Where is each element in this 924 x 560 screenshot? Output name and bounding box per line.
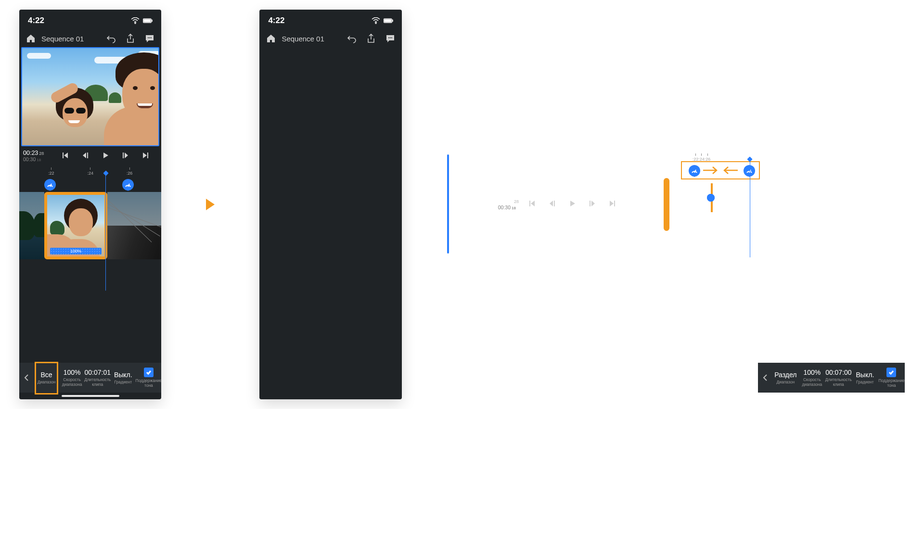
timecode-current: 00:23 [23, 150, 38, 156]
clip-selected[interactable]: 100% [44, 192, 107, 259]
range-mode-value: Все [40, 371, 52, 379]
timecode-current-frames: 28 [39, 151, 44, 156]
clip-duration-button[interactable]: 00:07:01 Длительность клипа [85, 363, 110, 393]
speed-panel: Раздел Диапазон 100% Скорость диапазона … [758, 363, 905, 399]
clip-duration-caption: Длительность клипа [825, 378, 852, 387]
clip-duration-value: 00:07:01 [84, 369, 111, 376]
range-mode-caption: Диапазон [38, 380, 56, 384]
timeline-tick: :24 [87, 167, 93, 176]
timeline-tick: :26 [705, 153, 711, 162]
range-mode-button[interactable]: Раздел Диапазон [772, 363, 799, 393]
clip-duration-caption: Длительность клипа [84, 378, 111, 387]
gradient-caption: Градиент [114, 380, 132, 384]
feedback-icon[interactable] [145, 34, 154, 43]
speed-marker-icon[interactable] [122, 179, 134, 191]
step-fwd-icon[interactable] [589, 200, 596, 209]
battery-icon [384, 16, 393, 25]
range-mode-value: Раздел [774, 371, 796, 379]
svg-rect-2 [144, 19, 151, 22]
svg-marker-7 [206, 199, 215, 210]
figure-stage: 4:22 Sequence 01 [0, 0, 924, 409]
playback-row: 00:2328 00:3018 [19, 147, 161, 165]
gradient-value: Выкл. [114, 371, 132, 379]
svg-point-8 [375, 23, 376, 24]
timeline[interactable]: :22 :24 :26 [19, 165, 161, 291]
video-preview[interactable] [21, 47, 159, 146]
video-preview[interactable] [447, 154, 449, 254]
step-back-icon[interactable] [548, 200, 556, 209]
svg-point-4 [148, 37, 149, 38]
go-start-icon[interactable] [61, 152, 69, 161]
clip-prev[interactable] [19, 192, 44, 259]
home-indicator [19, 393, 161, 399]
svg-rect-10 [384, 19, 391, 22]
go-end-icon[interactable] [142, 152, 150, 161]
svg-point-5 [149, 37, 150, 38]
status-time: 4:22 [268, 16, 284, 25]
timeline-ruler: :22 :24 :26 [664, 153, 721, 162]
play-icon[interactable] [568, 200, 576, 209]
range-speed-caption: Скорость диапазона [800, 378, 824, 387]
clip-selected[interactable]: 100% [664, 178, 669, 231]
timecode-total: 00:30 [23, 156, 36, 162]
timeline-tick: :22 [48, 167, 54, 176]
battery-icon [143, 16, 153, 25]
timecode-current: 00:23 [498, 198, 513, 204]
gradient-toggle[interactable]: Выкл. Градиент [110, 363, 136, 393]
gradient-value: Выкл. [856, 371, 874, 379]
maintain-pitch-caption: Поддержание тона [136, 379, 162, 388]
timecode-total-frames: 18 [512, 206, 516, 210]
undo-icon[interactable] [347, 34, 357, 43]
maintain-pitch-checkbox[interactable]: Поддержание тона [136, 363, 161, 393]
share-icon[interactable] [126, 34, 135, 43]
status-time: 4:22 [28, 16, 44, 25]
svg-point-12 [388, 37, 389, 38]
svg-point-14 [391, 37, 392, 38]
sequence-name: Sequence 01 [282, 35, 324, 43]
go-end-icon[interactable] [609, 200, 616, 209]
speed-marker-icon[interactable] [44, 179, 56, 191]
range-mode-button[interactable]: Все Диапазон [34, 363, 59, 393]
svg-rect-11 [392, 20, 393, 22]
playhead[interactable] [750, 159, 750, 257]
maintain-pitch-checkbox[interactable]: Поддержание тона [878, 363, 905, 393]
home-icon[interactable] [266, 34, 276, 43]
timeline-tick: :24 [698, 153, 705, 162]
gradient-toggle[interactable]: Выкл. Градиент [852, 363, 878, 393]
playback-row: 00:2328 00:3018 [494, 195, 620, 214]
svg-rect-3 [152, 20, 153, 22]
step-back-icon[interactable] [81, 152, 89, 161]
playhead[interactable] [105, 173, 106, 291]
clip-duration-value: 00:07:00 [825, 369, 852, 376]
phone-screenshot-right: 4:22 Sequence 01 [259, 10, 401, 399]
range-speed-button[interactable]: 100% Скорость диапазона [799, 363, 825, 393]
step-fwd-icon[interactable] [122, 152, 129, 161]
feedback-icon[interactable] [385, 34, 395, 43]
undo-icon[interactable] [106, 34, 116, 43]
timecode-total-frames: 18 [37, 158, 41, 162]
play-icon[interactable] [102, 152, 109, 161]
phone-screenshot-left: 4:22 Sequence 01 [19, 10, 161, 399]
status-bar: 4:22 [259, 10, 401, 29]
status-bar: 4:22 [19, 10, 161, 29]
panel-back-icon[interactable] [758, 363, 772, 393]
range-speed-value: 100% [803, 369, 821, 376]
panel-back-icon[interactable] [19, 363, 34, 393]
range-slider-handle-right[interactable] [707, 194, 715, 202]
clip-duration-button[interactable]: 00:07:00 Длительность клипа [825, 363, 852, 393]
speed-panel: Все Диапазон 100% Скорость диапазона 00:… [19, 363, 161, 399]
svg-point-0 [135, 23, 136, 24]
range-speed-button[interactable]: 100% Скорость диапазона [59, 363, 85, 393]
go-start-icon[interactable] [528, 200, 536, 209]
clip-speed-bar: 100% [50, 248, 102, 255]
timeline-tick: :26 [127, 167, 133, 176]
app-header: Sequence 01 [19, 29, 161, 47]
wifi-icon [130, 16, 140, 25]
transition-arrow-icon [205, 197, 216, 212]
share-icon[interactable] [366, 34, 376, 43]
home-icon[interactable] [26, 34, 36, 43]
range-mode-caption: Диапазон [776, 380, 795, 384]
clip-speed-text: 100% [70, 249, 81, 254]
clip-next[interactable] [107, 192, 161, 259]
callout-box-markers [681, 161, 760, 179]
